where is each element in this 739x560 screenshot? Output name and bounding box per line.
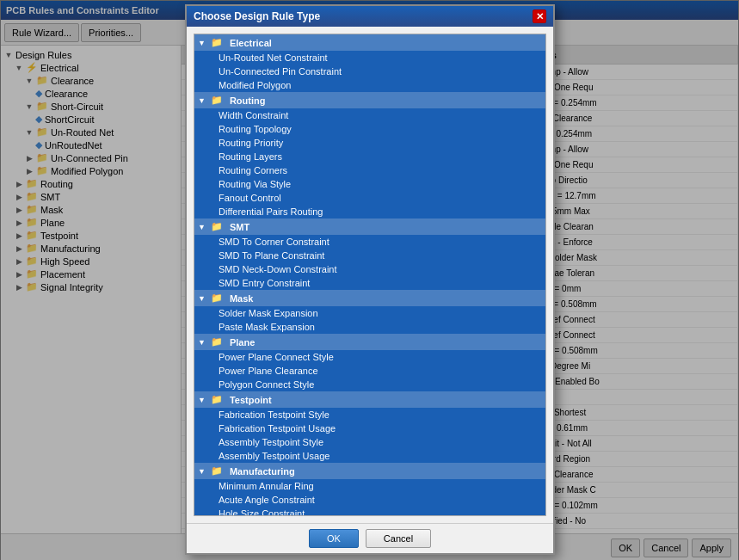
modal-rule-item[interactable]: Modified Polygon bbox=[194, 78, 545, 92]
modal-rule-item[interactable]: Assembly Testpoint Usage bbox=[194, 449, 545, 463]
modal-rule-item[interactable]: Un-Connected Pin Constraint bbox=[194, 65, 545, 78]
modal-rule-item[interactable]: Assembly Testpoint Style bbox=[194, 435, 545, 449]
modal-rule-item[interactable]: Routing Priority bbox=[194, 136, 545, 150]
modal-rule-item[interactable]: Acute Angle Constraint bbox=[194, 493, 545, 507]
expand-icon: ▼ bbox=[198, 467, 206, 476]
modal-rule-item[interactable]: Fabrication Testpoint Style bbox=[194, 408, 545, 422]
category-icon: 📁 bbox=[211, 336, 223, 348]
modal-rule-item[interactable]: Paste Mask Expansion bbox=[194, 320, 545, 334]
category-icon: 📁 bbox=[211, 292, 223, 304]
modal-rule-item[interactable]: SMD Entry Constraint bbox=[194, 276, 545, 290]
modal-category-manufacturing[interactable]: ▼📁Manufacturing bbox=[194, 463, 545, 479]
modal-rule-item[interactable]: Hole Size Constraint bbox=[194, 507, 545, 516]
expand-icon: ▼ bbox=[198, 338, 206, 347]
category-label: Manufacturing bbox=[230, 466, 295, 477]
modal-footer: OK Cancel bbox=[187, 523, 553, 553]
modal-rule-item[interactable]: Power Plane Clearance bbox=[194, 364, 545, 378]
modal-category-routing[interactable]: ▼📁Routing bbox=[194, 92, 545, 108]
modal-rule-item[interactable]: Solder Mask Expansion bbox=[194, 306, 545, 320]
modal-titlebar: Choose Design Rule Type ✕ bbox=[187, 6, 553, 27]
category-icon: 📁 bbox=[211, 465, 223, 477]
modal-category-testpoint[interactable]: ▼📁Testpoint bbox=[194, 391, 545, 408]
category-label: Testpoint bbox=[230, 395, 272, 405]
category-label: Routing bbox=[230, 95, 266, 106]
category-label: Electrical bbox=[230, 38, 272, 48]
category-icon: 📁 bbox=[211, 221, 223, 232]
rule-type-tree[interactable]: ▼📁ElectricalUn-Routed Net ConstraintUn-C… bbox=[194, 34, 546, 516]
category-label: Plane bbox=[230, 337, 255, 348]
category-label: SMT bbox=[230, 222, 249, 232]
category-label: Mask bbox=[230, 293, 254, 304]
modal-category-mask[interactable]: ▼📁Mask bbox=[194, 290, 545, 306]
category-icon: 📁 bbox=[211, 394, 223, 405]
category-icon: 📁 bbox=[211, 37, 223, 48]
modal-body: ▼📁ElectricalUn-Routed Net ConstraintUn-C… bbox=[187, 27, 553, 523]
modal-cancel-button[interactable]: Cancel bbox=[366, 529, 431, 548]
expand-icon: ▼ bbox=[198, 396, 206, 404]
modal-rule-item[interactable]: Differential Pairs Routing bbox=[194, 205, 545, 218]
modal-rule-item[interactable]: SMD To Plane Constraint bbox=[194, 249, 545, 262]
modal-rule-item[interactable]: Routing Layers bbox=[194, 150, 545, 163]
expand-icon: ▼ bbox=[198, 294, 206, 303]
modal-rule-item[interactable]: SMD Neck-Down Constraint bbox=[194, 262, 545, 276]
modal-rule-item[interactable]: Routing Via Style bbox=[194, 177, 545, 191]
expand-icon: ▼ bbox=[198, 39, 206, 47]
modal-rule-item[interactable]: Fabrication Testpoint Usage bbox=[194, 422, 545, 435]
expand-icon: ▼ bbox=[198, 223, 206, 231]
modal-rule-item[interactable]: Fanout Control bbox=[194, 191, 545, 205]
modal-ok-button[interactable]: OK bbox=[309, 529, 359, 548]
modal-close-button[interactable]: ✕ bbox=[533, 9, 546, 23]
modal-overlay: Choose Design Rule Type ✕ ▼📁ElectricalUn… bbox=[0, 0, 739, 560]
category-icon: 📁 bbox=[211, 95, 223, 106]
modal-title: Choose Design Rule Type bbox=[194, 10, 320, 22]
modal-rule-item[interactable]: Power Plane Connect Style bbox=[194, 350, 545, 364]
modal-category-electrical[interactable]: ▼📁Electrical bbox=[194, 34, 545, 51]
modal-rule-item[interactable]: Width Constraint bbox=[194, 108, 545, 122]
modal-rule-item[interactable]: Minimum Annular Ring bbox=[194, 479, 545, 493]
modal-category-smt[interactable]: ▼📁SMT bbox=[194, 218, 545, 235]
choose-design-rule-dialog: Choose Design Rule Type ✕ ▼📁ElectricalUn… bbox=[185, 4, 555, 555]
modal-rule-item[interactable]: Routing Topology bbox=[194, 122, 545, 136]
modal-rule-item[interactable]: Polygon Connect Style bbox=[194, 378, 545, 391]
modal-rule-item[interactable]: Routing Corners bbox=[194, 163, 545, 177]
expand-icon: ▼ bbox=[198, 96, 206, 105]
modal-category-plane[interactable]: ▼📁Plane bbox=[194, 334, 545, 350]
modal-rule-item[interactable]: SMD To Corner Constraint bbox=[194, 235, 545, 249]
modal-rule-item[interactable]: Un-Routed Net Constraint bbox=[194, 51, 545, 65]
